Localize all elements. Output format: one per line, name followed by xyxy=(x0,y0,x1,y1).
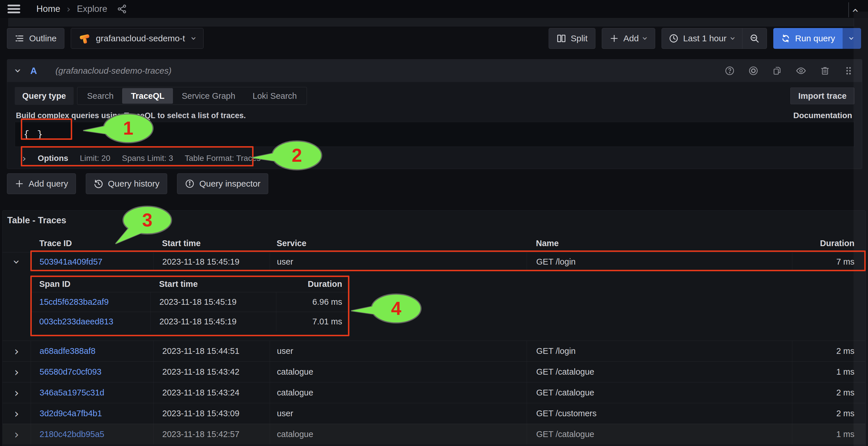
query-row-header[interactable]: › A (grafanacloud-sedemo-traces) xyxy=(7,60,862,82)
trash-icon[interactable] xyxy=(820,66,830,76)
outline-label: Outline xyxy=(29,33,57,43)
time-range-button[interactable]: Last 1 hour › xyxy=(662,28,742,49)
trace-duration: 7 ms xyxy=(792,252,866,271)
trace-start-time: 2023-11-18 15:44:51 xyxy=(153,341,270,361)
query-datasource-hint: (grafanacloud-sedemo-traces) xyxy=(56,66,172,76)
trace-id-link[interactable]: 3d2d9c4a7fb4b1 xyxy=(31,403,153,424)
trace-id-link[interactable]: 56580d7c0cf093 xyxy=(31,362,153,382)
trace-id-link[interactable]: 2180c42bdb95a5 xyxy=(31,424,153,445)
run-query-dropdown[interactable]: › xyxy=(843,28,861,49)
col-span-start-time: Start time xyxy=(150,276,276,292)
tab-service-graph[interactable]: Service Graph xyxy=(173,88,244,104)
span-row[interactable]: 003cb233daeed813 2023-11-18 15:45:19 7.0… xyxy=(31,312,350,331)
page-top-strip xyxy=(8,18,854,27)
breadcrumb: Home › Explore xyxy=(36,4,107,14)
import-trace-button[interactable]: Import trace xyxy=(790,88,855,104)
span-start-time: 2023-11-18 15:45:19 xyxy=(150,312,276,331)
query-type-row: Query type Search TraceQL Service Graph … xyxy=(15,87,855,105)
trace-start-time: 2023-11-18 15:43:09 xyxy=(153,403,270,424)
plus-icon xyxy=(15,179,24,188)
scroll-up-icon[interactable]: › xyxy=(849,8,861,13)
query-inspector-button[interactable]: Query inspector xyxy=(177,173,268,194)
time-range-label: Last 1 hour xyxy=(683,33,726,43)
traceql-query-input[interactable]: { } xyxy=(15,122,855,147)
run-query-button[interactable]: Run query xyxy=(773,28,843,49)
breadcrumb-explore[interactable]: Explore xyxy=(77,4,107,14)
trace-id-link[interactable]: 346a5a1975c31d xyxy=(31,382,153,403)
trace-duration: 2 ms xyxy=(792,341,866,361)
add-label: Add xyxy=(623,33,639,43)
menu-icon[interactable] xyxy=(7,5,20,13)
record-circle-icon[interactable] xyxy=(748,66,758,76)
span-id-link[interactable]: 003cb233daeed813 xyxy=(31,312,150,331)
trace-duration: 2 ms xyxy=(792,382,866,403)
tab-loki-search[interactable]: Loki Search xyxy=(244,88,306,104)
collapse-chevron-icon[interactable]: › xyxy=(12,68,24,73)
span-duration: 6.96 ms xyxy=(276,292,350,312)
query-history-button[interactable]: Query history xyxy=(86,173,167,194)
add-query-button[interactable]: Add query xyxy=(7,173,76,194)
col-start-time[interactable]: Start time xyxy=(153,236,270,251)
trace-service: catalogue xyxy=(270,362,527,382)
breadcrumb-home[interactable]: Home xyxy=(36,4,60,14)
expand-row-icon[interactable]: › xyxy=(14,346,19,357)
trace-row[interactable]: › 56580d7c0cf093 2023-11-18 15:43:42 cat… xyxy=(3,361,866,382)
trace-start-time: 2023-11-18 15:43:24 xyxy=(153,382,270,403)
collapse-row-icon[interactable]: › xyxy=(11,260,23,264)
share-icon[interactable] xyxy=(117,4,127,14)
query-ref-id: A xyxy=(30,66,37,76)
expand-row-icon[interactable]: › xyxy=(14,429,19,440)
col-span-duration: Duration xyxy=(276,276,350,292)
trace-service: user xyxy=(270,403,527,424)
trace-row[interactable]: › 2180c42bdb95a5 2023-11-18 15:42:57 cat… xyxy=(3,424,866,445)
span-table: Span ID Start time Duration 15cd5f6283ba… xyxy=(31,276,350,336)
traces-table-panel: Table - Traces Trace ID Start time Servi… xyxy=(2,210,866,446)
zoom-out-button[interactable] xyxy=(742,28,767,49)
trace-service: user xyxy=(270,252,527,271)
datasource-picker[interactable]: grafanacloud-sedemo-t › xyxy=(71,28,204,49)
copy-icon[interactable] xyxy=(772,66,782,76)
history-icon xyxy=(94,179,103,189)
refresh-icon xyxy=(781,33,790,43)
trace-name: GET /catalogue xyxy=(527,424,792,445)
add-button[interactable]: Add › xyxy=(602,28,655,49)
outline-button[interactable]: Outline xyxy=(7,28,64,49)
options-limit: Limit: 20 xyxy=(80,154,110,163)
expand-row-icon[interactable]: › xyxy=(14,366,19,378)
trace-start-time: 2023-11-18 15:45:19 xyxy=(153,252,270,271)
run-query-label: Run query xyxy=(795,33,835,43)
table-header-row: Trace ID Start time Service Name Duratio… xyxy=(3,236,866,251)
tab-search[interactable]: Search xyxy=(79,88,122,104)
help-icon[interactable] xyxy=(724,66,735,76)
trace-start-time: 2023-11-18 15:43:42 xyxy=(153,362,270,382)
col-service[interactable]: Service xyxy=(270,236,527,251)
col-duration[interactable]: Duration xyxy=(792,236,866,251)
col-name[interactable]: Name xyxy=(527,236,792,251)
trace-duration: 1 ms xyxy=(792,362,866,382)
span-row[interactable]: 15cd5f6283ba2af9 2023-11-18 15:45:19 6.9… xyxy=(31,292,350,312)
trace-row[interactable]: › 346a5a1975c31d 2023-11-18 15:43:24 cat… xyxy=(3,382,866,403)
documentation-link[interactable]: Documentation xyxy=(793,111,852,120)
trace-service: catalogue xyxy=(270,382,527,403)
grafana-explore-page: Home › Explore › Ou xyxy=(0,0,868,446)
col-trace-id[interactable]: Trace ID xyxy=(31,236,153,251)
query-actions: Add query Query history Query inspector xyxy=(7,173,268,194)
drag-handle-icon[interactable] xyxy=(843,66,853,76)
tab-traceql[interactable]: TraceQL xyxy=(122,88,173,104)
tempo-datasource-icon xyxy=(79,32,91,45)
expand-row-icon[interactable]: › xyxy=(14,387,19,398)
trace-row[interactable]: › 3d2d9c4a7fb4b1 2023-11-18 15:43:09 use… xyxy=(3,403,866,424)
top-nav: Home › Explore › xyxy=(0,0,868,18)
split-button[interactable]: Split xyxy=(549,28,595,49)
query-options-row[interactable]: › Options Limit: 20 Spans Limit: 3 Table… xyxy=(15,150,261,167)
span-start-time: 2023-11-18 15:45:19 xyxy=(150,292,276,312)
query-type-tabs: Search TraceQL Service Graph Loki Search xyxy=(77,87,307,105)
plus-icon xyxy=(610,34,619,43)
expand-row-icon[interactable]: › xyxy=(14,408,19,419)
trace-id-link[interactable]: 503941a409fd57 xyxy=(31,252,153,271)
trace-row-expanded[interactable]: › 503941a409fd57 2023-11-18 15:45:19 use… xyxy=(3,252,866,271)
trace-row[interactable]: › a68adfe388af8 2023-11-18 15:44:51 user… xyxy=(3,340,866,361)
trace-id-link[interactable]: a68adfe388af8 xyxy=(31,341,153,361)
eye-icon[interactable] xyxy=(796,65,806,76)
span-id-link[interactable]: 15cd5f6283ba2af9 xyxy=(31,292,150,312)
